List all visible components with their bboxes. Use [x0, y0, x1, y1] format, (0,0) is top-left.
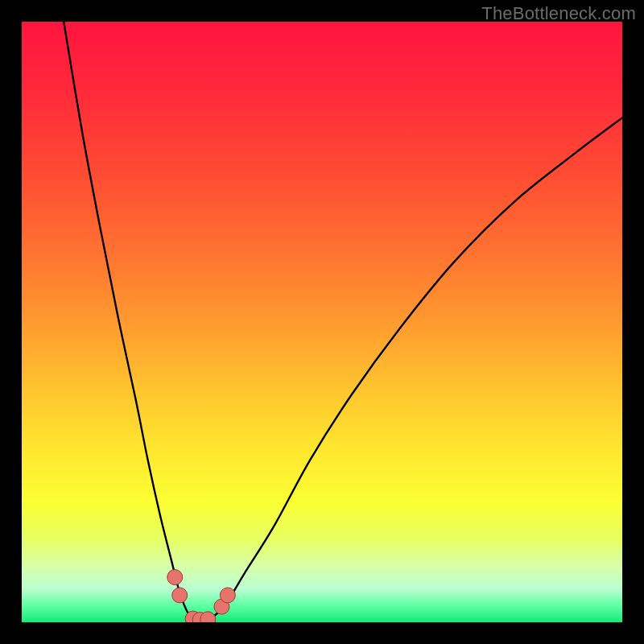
chart-frame [22, 22, 622, 622]
data-marker [172, 588, 188, 603]
data-marker [167, 570, 183, 585]
watermark-text: TheBottleneck.com [481, 3, 636, 24]
data-marker [220, 588, 235, 603]
chart-svg [22, 22, 622, 622]
gradient-background [22, 22, 622, 622]
